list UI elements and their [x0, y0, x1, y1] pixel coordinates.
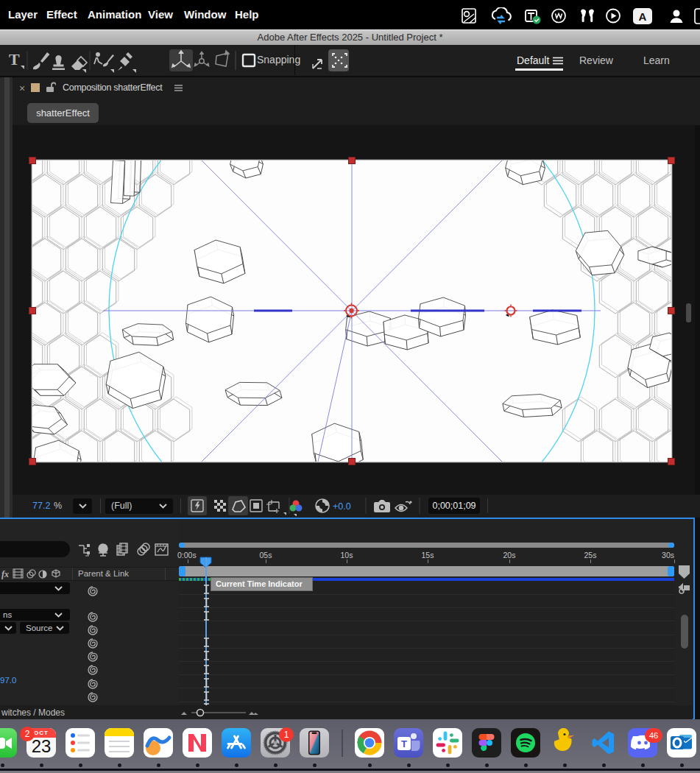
svg-text:fx: fx — [1, 569, 9, 579]
svg-text:T: T — [9, 50, 20, 68]
svg-text:A: A — [639, 10, 647, 23]
svg-text:+0.0: +0.0 — [333, 501, 351, 512]
svg-text:T: T — [401, 738, 407, 749]
